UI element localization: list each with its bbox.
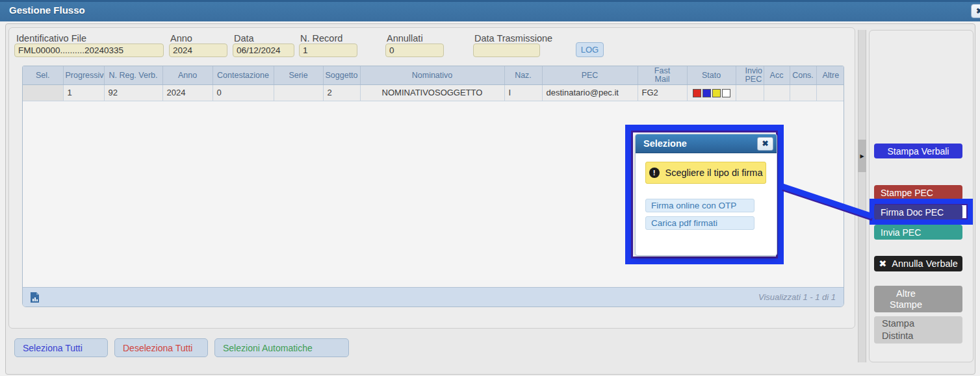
col-naz[interactable]: Naz. (504, 66, 542, 84)
firma-online-otp-button[interactable]: Firma online con OTP (645, 199, 754, 212)
table-header-row: Sel. Progressivo N. Reg. Verb. Anno Cont… (23, 66, 844, 84)
cell-invio-pec (736, 84, 764, 101)
col-progressivo[interactable]: Progressivo (63, 66, 104, 84)
stampa-verbali-button[interactable]: Stampa Verbali (874, 144, 962, 158)
data-trasmissione-field[interactable] (473, 44, 540, 57)
chevron-right-icon: ▶ (860, 153, 864, 159)
col-pec[interactable]: PEC (542, 66, 638, 84)
col-anno[interactable]: Anno (162, 66, 213, 84)
data-trasmissione-label: Data Trasmissione (474, 33, 552, 44)
exclamation-circle-icon: ! (649, 168, 660, 178)
identificativo-file-field[interactable] (14, 44, 164, 57)
col-acc[interactable]: Acc (764, 66, 790, 84)
n-record-label: N. Record (300, 33, 342, 44)
records-table: Sel. Progressivo N. Reg. Verb. Anno Cont… (23, 66, 844, 101)
cell-acc (764, 84, 790, 101)
window-title-bar: Gestione Flusso (0, 0, 980, 21)
selezioni-automatiche-button[interactable]: Selezioni Automatiche (214, 338, 349, 357)
anno-label: Anno (170, 33, 192, 44)
warning-text: Scegliere il tipo di firma (665, 168, 763, 178)
col-n-reg-verb[interactable]: N. Reg. Verb. (104, 66, 162, 84)
col-altre[interactable]: Altre (816, 66, 844, 84)
cell-stato (687, 84, 736, 101)
selezione-modal: Selezione ✖ ! Scegliere il tipo di firma… (635, 134, 777, 256)
cell-contestazione: 0 (213, 84, 274, 101)
x-cancel-icon: ✖ (879, 258, 886, 269)
panel-splitter (858, 30, 866, 362)
col-stato[interactable]: Stato (687, 66, 736, 84)
table-footer: Visualizzati 1 - 1 di 1 (23, 287, 844, 307)
col-contestazione[interactable]: Contestazione (213, 66, 274, 84)
annullati-field[interactable] (385, 44, 444, 57)
status-square-white (722, 89, 730, 97)
col-nominativo[interactable]: Nominativo (360, 66, 504, 84)
invia-pec-button[interactable]: Invia PEC (874, 225, 962, 240)
anno-field[interactable] (169, 44, 227, 57)
log-button[interactable]: LOG (576, 42, 604, 57)
stampa-distinta-button[interactable]: Stampa Distinta (874, 316, 962, 344)
carica-pdf-firmati-button[interactable]: Carica pdf firmati (645, 216, 754, 230)
status-square-red (693, 89, 701, 97)
cell-nominativo: NOMINATIVOSOGGETTO (360, 84, 504, 101)
col-cons[interactable]: Cons. (790, 66, 816, 84)
cell-soggetto: 2 (323, 84, 360, 101)
cell-naz: I (504, 84, 542, 101)
cell-altre (816, 84, 844, 101)
cell-anno: 2024 (162, 84, 213, 101)
cell-serie (274, 84, 323, 101)
warning-banner: ! Scegliere il tipo di firma (645, 162, 766, 184)
altre-stampe-button[interactable]: Altre Stampe (874, 286, 962, 312)
cell-cons (790, 84, 816, 101)
col-soggetto[interactable]: Soggetto (323, 66, 360, 84)
seleziona-tutti-button[interactable]: Seleziona Tutti (14, 338, 108, 357)
cell-fast-mail: FG2 (638, 84, 687, 101)
table-row[interactable]: 1 92 2024 0 2 NOMINATIVOSOGGETTO I desti… (23, 84, 844, 101)
col-serie[interactable]: Serie (274, 66, 323, 84)
modal-header[interactable]: Selezione ✖ (636, 134, 777, 153)
annullati-label: Annullati (387, 33, 423, 44)
status-square-yellow (712, 89, 721, 97)
data-field[interactable] (233, 44, 294, 57)
close-icon: ✖ (762, 139, 768, 148)
cell-n-reg-verb: 92 (104, 84, 162, 101)
stampe-pec-button[interactable]: Stampe PEC (874, 185, 962, 200)
status-square-blue (703, 89, 711, 97)
deseleziona-tutti-button[interactable]: Deseleziona Tutti (114, 338, 208, 357)
modal-title: Selezione (636, 138, 687, 149)
close-icon: ✖ (976, 6, 980, 16)
export-document-icon[interactable] (31, 292, 39, 303)
window-title: Gestione Flusso (9, 5, 85, 16)
splitter-collapse-handle[interactable]: ▶ (858, 140, 866, 172)
cell-pec: destinatario@pec.it (542, 84, 638, 101)
annulla-verbale-button[interactable]: ✖ Annulla Verbale (874, 256, 962, 271)
identificativo-file-label: Identificativo File (16, 33, 86, 44)
col-invio-pec[interactable]: Invio PEC (736, 66, 764, 84)
window-close-button[interactable]: ✖ (971, 4, 980, 18)
pagination-text: Visualizzati 1 - 1 di 1 (758, 292, 836, 302)
col-sel[interactable]: Sel. (23, 66, 63, 84)
firma-doc-pec-button[interactable]: Firma Doc PEC (874, 205, 962, 219)
col-fast-mail[interactable]: Fast Mail (638, 66, 687, 84)
n-record-field[interactable] (299, 44, 357, 57)
modal-close-button[interactable]: ✖ (757, 137, 773, 151)
data-label: Data (234, 33, 254, 44)
cell-progressivo: 1 (63, 84, 104, 101)
cell-sel[interactable] (23, 84, 63, 101)
